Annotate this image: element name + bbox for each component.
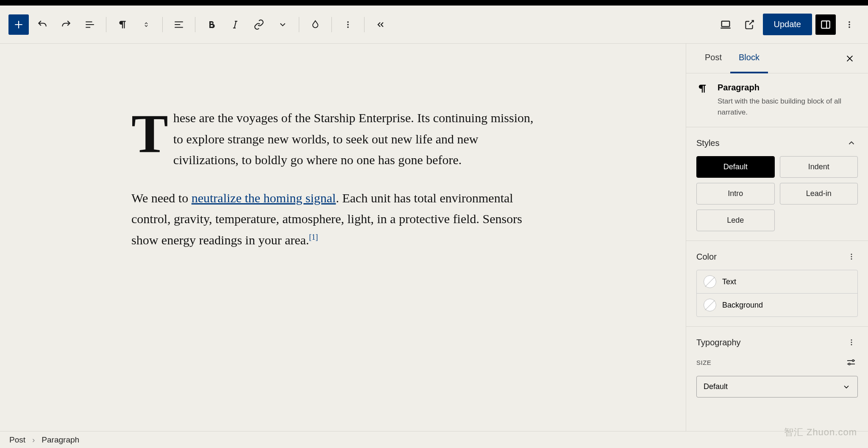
styles-heading: Styles: [696, 138, 719, 148]
block-info-section: Paragraph Start with the basic building …: [686, 73, 868, 127]
more-vertical-icon: [343, 20, 353, 30]
chevron-up-icon: [847, 138, 856, 148]
size-settings-button[interactable]: [844, 356, 858, 369]
typography-heading: Typography: [696, 338, 741, 347]
bold-button[interactable]: [201, 14, 222, 35]
style-option-default[interactable]: Default: [696, 156, 775, 178]
color-heading: Color: [696, 252, 717, 262]
breadcrumb: Post › Paragraph: [0, 431, 868, 448]
typography-options-button[interactable]: [845, 336, 858, 349]
chevron-down-icon: [142, 23, 150, 28]
style-option-lede[interactable]: Lede: [696, 210, 775, 231]
styles-section: Styles Default Indent Intro Lead-in Lede: [686, 127, 868, 241]
more-options-button[interactable]: [839, 14, 860, 35]
pilcrow-icon: [117, 19, 128, 30]
collapse-styles-button[interactable]: [845, 137, 858, 149]
chevrons-left-icon: [376, 20, 386, 30]
svg-point-0: [347, 21, 349, 23]
toolbar-separator: [364, 17, 364, 32]
more-format-button[interactable]: [273, 14, 293, 35]
editor-canvas[interactable]: These are the voyages of the Starship En…: [0, 44, 686, 431]
bold-icon: [206, 20, 217, 30]
color-background-label: Background: [722, 301, 763, 310]
main-area: These are the voyages of the Starship En…: [0, 44, 868, 431]
pilcrow-icon: [696, 83, 710, 96]
chevron-down-icon: [842, 383, 851, 391]
svg-point-7: [849, 26, 850, 28]
settings-panel-button[interactable]: [815, 14, 836, 35]
paragraph-block-button[interactable]: [112, 14, 133, 35]
paragraph-block[interactable]: These are the voyages of the Starship En…: [131, 107, 538, 171]
style-option-lead-in[interactable]: Lead-in: [780, 183, 858, 204]
svg-rect-3: [721, 21, 729, 26]
block-options-button[interactable]: [338, 14, 358, 35]
empty-swatch-icon: [704, 299, 716, 311]
size-value: Default: [704, 382, 728, 391]
svg-point-10: [851, 258, 852, 260]
add-block-button[interactable]: [8, 14, 29, 35]
panel-icon: [820, 19, 831, 30]
size-label: SIZE: [696, 359, 711, 366]
svg-point-12: [851, 342, 852, 343]
svg-point-6: [849, 24, 850, 25]
typography-section: Typography SIZE Default: [686, 327, 868, 407]
list-icon: [84, 19, 95, 30]
tab-post[interactable]: Post: [696, 44, 730, 73]
block-title: Paragraph: [718, 83, 858, 92]
view-device-button[interactable]: [715, 14, 736, 35]
more-vertical-icon: [844, 20, 854, 30]
undo-icon: [37, 19, 48, 30]
laptop-icon: [720, 19, 732, 31]
svg-point-1: [347, 24, 349, 25]
toolbar-separator: [331, 17, 332, 32]
svg-rect-4: [821, 21, 830, 28]
toolbar-separator: [195, 17, 195, 32]
link-icon: [253, 19, 264, 30]
color-text-label: Text: [722, 277, 736, 286]
svg-point-11: [851, 339, 852, 341]
redo-icon: [61, 19, 72, 30]
italic-button[interactable]: [225, 14, 245, 35]
color-text-button[interactable]: Text: [697, 270, 857, 293]
breadcrumb-separator: ›: [32, 435, 35, 445]
collapse-toolbar-button[interactable]: [370, 14, 391, 35]
content-link[interactable]: neutralize the homing signal: [192, 191, 336, 205]
top-toolbar: Update: [0, 6, 868, 44]
svg-point-2: [347, 26, 349, 28]
paragraph-block[interactable]: We need to neutralize the homing signal.…: [131, 188, 538, 251]
close-sidebar-button[interactable]: [842, 50, 858, 67]
link-button[interactable]: [249, 14, 269, 35]
style-option-intro[interactable]: Intro: [696, 183, 775, 204]
sliders-icon: [846, 357, 856, 367]
color-background-button[interactable]: Background: [697, 293, 857, 316]
update-button[interactable]: Update: [763, 14, 812, 35]
svg-point-8: [851, 254, 852, 255]
more-vertical-icon: [847, 338, 856, 347]
redo-button[interactable]: [56, 14, 76, 35]
block-description: Start with the basic building block of a…: [718, 96, 858, 118]
external-link-icon: [744, 19, 755, 30]
move-block-button[interactable]: [136, 14, 156, 35]
svg-point-5: [849, 21, 850, 23]
sidebar-tabs: Post Block: [686, 44, 868, 73]
text-run: We need to: [131, 191, 192, 205]
svg-point-15: [849, 363, 850, 365]
size-select[interactable]: Default: [696, 376, 858, 398]
tab-block[interactable]: Block: [730, 44, 768, 73]
preview-button[interactable]: [739, 14, 760, 35]
breadcrumb-root[interactable]: Post: [9, 435, 25, 445]
align-left-icon: [173, 19, 184, 30]
document-overview-button[interactable]: [80, 14, 100, 35]
toolbar-separator: [106, 17, 106, 32]
footnote-ref[interactable]: [1]: [309, 233, 318, 241]
align-button[interactable]: [169, 14, 189, 35]
style-option-indent[interactable]: Indent: [780, 156, 858, 178]
highlight-button[interactable]: [305, 14, 326, 35]
undo-button[interactable]: [32, 14, 53, 35]
svg-point-14: [852, 360, 854, 361]
italic-icon: [230, 20, 240, 30]
color-section: Color Text Background: [686, 241, 868, 327]
color-options-button[interactable]: [845, 250, 858, 263]
svg-point-13: [851, 344, 852, 345]
svg-point-9: [851, 256, 852, 258]
